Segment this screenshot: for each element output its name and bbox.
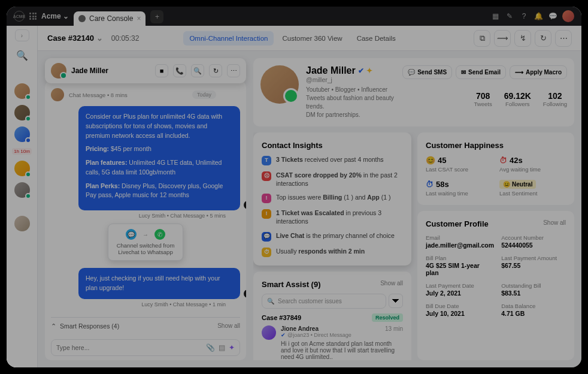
contact-insights-card: Contact Insights T3 Tickets received ove… — [253, 132, 411, 266]
tab-customer-360[interactable]: Customer 360 View — [276, 31, 348, 46]
acme-logo-icon: ACME — [14, 11, 25, 22]
profile-field: Last Payment Amount$67.55 — [501, 255, 566, 276]
insight-icon: ☹ — [262, 171, 271, 181]
verified-icon: ✔ — [281, 332, 286, 338]
channel-switch-notice: 💬 → ✆ Channel switched from Livechat to … — [108, 224, 184, 261]
insight-row: !Top issues were Billing (1 ) and App (1… — [262, 194, 403, 203]
refresh-icon[interactable]: ↻ — [209, 64, 222, 77]
show-all-link[interactable]: Show all — [217, 322, 240, 329]
route-icon[interactable]: ↯ — [514, 30, 531, 47]
contact-avatar-1[interactable] — [14, 83, 30, 99]
tab-care-console[interactable]: Care Console× — [74, 11, 146, 26]
sentiment-icon: 😐 — [503, 181, 510, 188]
author-avatar — [262, 325, 276, 340]
send-sms-button[interactable]: 💬Send SMS — [402, 65, 452, 79]
profile-field: Outstanding Bill$83.51 — [501, 282, 566, 297]
insight-icon: T — [262, 156, 271, 165]
author-name: Jione Andrea — [281, 325, 319, 332]
contact-avatar-3[interactable] — [14, 126, 30, 142]
customer-happiness-card: Customer Happiness 😊45Last CSAT score⏱42… — [417, 132, 574, 205]
contact-avatar-6[interactable] — [14, 216, 30, 231]
sms-icon: 💬 — [408, 69, 415, 76]
ai-icon[interactable]: ✦ — [229, 343, 235, 352]
card-title: Customer ProfileShow all — [426, 219, 566, 228]
tab-case-details[interactable]: Case Details — [351, 31, 402, 46]
message-input[interactable] — [56, 344, 202, 351]
metric-icon: 😊 — [426, 156, 435, 165]
status-badge: Resolved — [372, 313, 403, 322]
message-input-row: 📎 ▤ ✦ — [51, 339, 240, 356]
metric-icon: ⏱ — [426, 180, 434, 189]
profile-field: Account Number524440055 — [501, 234, 566, 249]
message-meta: Chat Message • 8 mins — [69, 92, 128, 98]
search-icon: 🔍 — [267, 298, 274, 304]
show-all-link[interactable]: Show all — [380, 280, 403, 289]
chevron-down-icon: ⌄ — [63, 12, 69, 20]
whatsapp-icon: ✆ — [154, 229, 165, 240]
template-icon[interactable]: ▤ — [219, 343, 225, 352]
phone-icon[interactable]: 📞 — [173, 64, 186, 77]
message-meta: Lucy Smith • Chat Message • 5 mins — [139, 213, 226, 219]
message-meta: Lucy Smith • Chat Message • 1 min — [141, 301, 226, 307]
user-avatar[interactable] — [562, 10, 574, 22]
contact-avatar-5[interactable] — [14, 182, 30, 198]
chat-icon[interactable]: 💬 — [548, 11, 557, 21]
wand-icon[interactable]: ⟿ — [494, 30, 511, 47]
insight-row: ☹CSAT score dropped by 20% in the past 2… — [262, 171, 403, 188]
case-number[interactable]: Case #32140 ⌄ — [47, 34, 103, 43]
attachment-icon[interactable]: 📎 — [206, 343, 215, 352]
case-time: 13 min — [385, 325, 403, 332]
add-tab-button[interactable]: + — [150, 10, 163, 23]
insight-row: !1 Ticket was Escalated in previous 3 in… — [262, 209, 403, 225]
video-icon[interactable]: ■ — [155, 64, 168, 77]
contact-avatar — [51, 63, 66, 79]
smart-responses-toggle[interactable]: ⌃ Smart Responses (4) Show all — [51, 317, 240, 332]
search-icon[interactable]: 🔍 — [191, 64, 204, 77]
chat-body: Chat Message • 8 mins Today Consider our… — [45, 81, 246, 360]
apply-macro-button[interactable]: ⟿Apply Macro — [510, 65, 567, 79]
bell-icon[interactable]: 🔔 — [534, 11, 543, 21]
chevron-up-icon: ⌃ — [51, 322, 56, 330]
app-grid-icon[interactable] — [29, 13, 37, 20]
contact-avatar-2[interactable] — [14, 105, 30, 120]
tab-omni-channel[interactable]: Omni-Channel Interaction — [183, 31, 274, 46]
calendar-icon[interactable]: ▦ — [490, 11, 500, 21]
msg-text: Consider our Plus plan for unlimited 4G … — [86, 112, 233, 140]
case-id[interactable]: Case #37849 — [262, 314, 301, 321]
insight-row: 💬Live Chat is the primary channel of cho… — [262, 232, 403, 242]
send-email-button[interactable]: ✉Send Email — [456, 65, 506, 79]
refresh-icon[interactable]: ↻ — [535, 30, 551, 47]
insight-icon: 💬 — [262, 232, 271, 242]
contact-avatar-4[interactable] — [14, 161, 30, 176]
workspace-dropdown[interactable]: Acme ⌄ — [41, 12, 69, 20]
profile-field: Last Payment DateJuly 2, 2021 — [426, 282, 494, 297]
filter-button[interactable]: ⏷ — [389, 294, 403, 308]
copy-icon[interactable]: ⧉ — [474, 30, 490, 47]
insight-row: ⏱Usually responds within 2 min — [262, 248, 403, 257]
wand-icon: ⟿ — [515, 69, 523, 76]
contact-avatar-large — [260, 65, 299, 104]
avatar-small — [51, 88, 64, 101]
customer-profile-card: Customer ProfileShow all Emailjade.mille… — [417, 211, 574, 360]
case-header: Case #32140 ⌄ 00:05:32 Omni-Channel Inte… — [38, 26, 581, 51]
help-icon[interactable]: ? — [519, 11, 529, 21]
close-icon[interactable]: × — [137, 14, 141, 23]
contact-summary: Jade Miller ✔ ✦ @miller_j Youtuber • Blo… — [253, 58, 574, 126]
more-icon[interactable]: ⋯ — [555, 30, 572, 47]
search-issues-input[interactable]: 🔍Search customer issues — [262, 294, 386, 309]
contact-handle: @miller_j — [306, 76, 395, 83]
more-icon[interactable]: ⋯ — [227, 64, 240, 77]
expand-rail-button[interactable]: › — [15, 29, 29, 41]
insight-icon: ! — [262, 194, 271, 203]
metric: ⏱42sAvg waiting time — [499, 156, 566, 173]
metric-icon: ⏱ — [499, 156, 507, 165]
insight-icon: ⏱ — [262, 248, 271, 257]
topbar: ACME Acme ⌄ Care Console× + ▦ ✎ ? 🔔 💬 — [7, 7, 581, 26]
search-icon[interactable]: 🔍 — [14, 47, 30, 63]
show-all-link[interactable]: Show all — [543, 219, 566, 228]
tab-icon — [78, 15, 86, 22]
profile-field: Bill Plan4G $25 SIM 1-year plan — [426, 255, 494, 276]
edit-icon[interactable]: ✎ — [505, 11, 514, 21]
arrow-right-icon: → — [140, 229, 151, 240]
verified-icon: ✔ — [358, 67, 364, 75]
